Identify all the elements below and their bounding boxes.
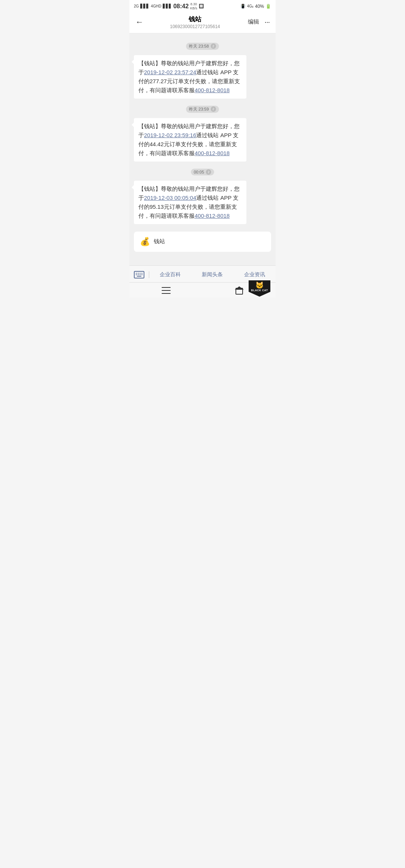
network-speed: 8.30KB/s	[190, 2, 197, 10]
cat-icon: 🐱	[255, 282, 264, 289]
timestamp-badge-3: 00:05 2	[191, 169, 214, 175]
contact-name: 钱站	[150, 15, 240, 24]
bottom-nav: 🐱 BLACK CAT	[129, 282, 276, 298]
timestamp-text-3: 00:05	[194, 170, 204, 174]
timestamp-1: 昨天 23:58 2	[129, 42, 276, 50]
timestamp-count-1: 2	[211, 43, 216, 49]
message-row-3: 【钱站】尊敬的钱站用户于建辉您好，您于2019-12-03 00:05:04通过…	[129, 179, 276, 226]
timestamp-2: 昨天 23:59 2	[129, 105, 276, 113]
action-card-label: 钱站	[154, 238, 165, 245]
battery-percent: 40%	[255, 4, 264, 9]
status-bar: 2G ▋▋▋ 4GHD ▋▋▋ 08:42 8.30KB/s 🔲 📳 4G₂ 4…	[129, 0, 276, 12]
timestamp-text-2: 昨天 23:59	[189, 106, 209, 112]
contact-number: 10692300012727105614	[150, 24, 240, 29]
black-cat-badge[interactable]: 🐱 BLACK CAT	[246, 278, 273, 297]
home-icon	[235, 286, 243, 295]
timestamp-badge-1: 昨天 23:58 2	[186, 43, 219, 50]
status-time: 08:42	[173, 3, 189, 10]
back-button[interactable]: ←	[135, 17, 150, 27]
status-left: 2G ▋▋▋ 4GHD ▋▋▋ 08:42 8.30KB/s 🔲	[134, 2, 204, 10]
message-row-1: 【钱站】尊敬的钱站用户于建辉您好，您于2019-12-02 23:57:24通过…	[129, 54, 276, 100]
message-row-2: 【钱站】尊敬的钱站用户于建辉您好，您于2019-12-02 23:59:16通过…	[129, 117, 276, 163]
nav-home[interactable]	[235, 286, 243, 295]
toolbar-link-info[interactable]: 企业资讯	[234, 271, 276, 278]
msg1-link1[interactable]: 2019-12-02 23:57:24	[144, 69, 196, 75]
signal-2g: 2G	[134, 4, 139, 8]
menu-icon	[162, 287, 171, 294]
more-button[interactable]: ···	[264, 18, 270, 26]
status-right: 📳 4G₂ 40% 🔋	[240, 4, 271, 9]
toolbar-link-news[interactable]: 新闻头条	[191, 271, 233, 278]
keyboard-button[interactable]	[129, 269, 149, 280]
black-cat-label: BLACK CAT	[251, 289, 268, 292]
msg2-phone[interactable]: 400-812-8018	[195, 150, 230, 156]
timestamp-badge-2: 昨天 23:59 2	[186, 106, 219, 113]
msg3-phone[interactable]: 400-812-8018	[195, 213, 230, 219]
nav-menu[interactable]	[162, 287, 171, 294]
timestamp-count-3: 2	[206, 169, 211, 175]
timestamp-count-2: 2	[211, 106, 216, 112]
message-bubble-1: 【钱站】尊敬的钱站用户于建辉您好，您于2019-12-02 23:57:24通过…	[134, 55, 246, 99]
msg2-link1[interactable]: 2019-12-02 23:59:16	[144, 132, 196, 138]
battery-icon: 🔋	[266, 4, 271, 9]
vibrate-icon: 📳	[240, 4, 246, 9]
black-cat-shield: 🐱 BLACK CAT	[249, 280, 270, 297]
header-center: 钱站 10692300012727105614	[150, 15, 240, 29]
network-4g: 4G₂	[247, 4, 254, 8]
msg3-link1[interactable]: 2019-12-03 00:05:04	[144, 195, 196, 201]
toolbar-link-enterprise[interactable]: 企业百科	[149, 271, 191, 278]
edit-button[interactable]: 编辑	[248, 18, 259, 25]
signal-4ghd: 4GHD	[151, 4, 161, 8]
msg1-phone[interactable]: 400-812-8018	[195, 87, 230, 93]
message-list: 昨天 23:58 2 【钱站】尊敬的钱站用户于建辉您好，您于2019-12-02…	[129, 33, 276, 265]
qq-icon: 🔲	[199, 4, 204, 9]
keyboard-icon	[134, 271, 144, 278]
signal-icon2: ▋▋▋	[163, 4, 172, 9]
message-bubble-2: 【钱站】尊敬的钱站用户于建辉您好，您于2019-12-02 23:59:16通过…	[134, 118, 246, 162]
header-actions: 编辑 ···	[240, 18, 270, 26]
timestamp-text-1: 昨天 23:58	[189, 43, 209, 49]
action-card-icon: 💰	[140, 237, 150, 247]
signal-icon1: ▋▋▋	[140, 4, 149, 9]
header: ← 钱站 10692300012727105614 编辑 ···	[129, 12, 276, 33]
action-card[interactable]: 💰 钱站	[134, 232, 271, 252]
message-bubble-3: 【钱站】尊敬的钱站用户于建辉您好，您于2019-12-03 00:05:04通过…	[134, 181, 246, 224]
timestamp-3: 00:05 2	[129, 168, 276, 175]
